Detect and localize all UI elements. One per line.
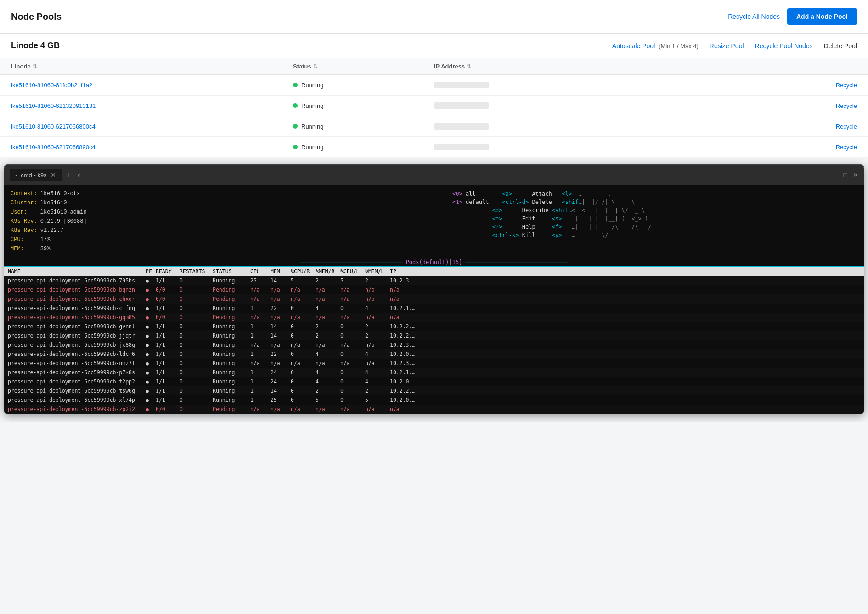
linode-sort-icon: ⇅ bbox=[33, 63, 37, 69]
col-memL: %MEM/L bbox=[365, 268, 390, 275]
node-table-body: lke51610-81060-61fd0b21f1a2 Running Recy… bbox=[0, 75, 868, 157]
pod-row: pressure-api-deployment-6cc59999cb-gvnnl… bbox=[4, 322, 864, 331]
term-cluster-line: Cluster: lke51610 bbox=[11, 199, 434, 207]
table-row: lke51610-81060-6217066800c4 Running Recy… bbox=[0, 116, 868, 137]
col-cpuR: %CPU/R bbox=[291, 268, 316, 275]
terminal-tab-title: cmd - k9s bbox=[21, 172, 46, 179]
recycle-cell-1: Recycle bbox=[716, 102, 857, 109]
linode-link-3[interactable]: lke51610-81060-6217066890c4 bbox=[11, 143, 293, 151]
status-cell-2: Running bbox=[293, 123, 434, 130]
col-ready: READY bbox=[156, 268, 180, 275]
pod-row: pressure-api-deployment-6cc59999cb-chxqr… bbox=[4, 294, 864, 304]
ip-cell-2 bbox=[434, 123, 716, 130]
status-label-3: Running bbox=[301, 144, 323, 151]
col-ip[interactable]: IP Address ⇅ bbox=[434, 63, 716, 70]
pod-row: pressure-api-deployment-6cc59999cb-p7×8s… bbox=[4, 368, 864, 377]
terminal-titlebar: ▪ cmd - k9s ✕ + ∨ ─ □ ✕ bbox=[4, 165, 864, 185]
ip-placeholder-1 bbox=[434, 102, 489, 109]
pod-row: pressure-api-deployment-6cc59999cb-tsw6g… bbox=[4, 386, 864, 395]
status-label-0: Running bbox=[301, 82, 323, 89]
term-pod-table-header: NAME PF READY RESTARTS STATUS CPU MEM %C… bbox=[4, 267, 864, 276]
ip-placeholder-2 bbox=[434, 123, 489, 130]
linode-link-2[interactable]: lke51610-81060-6217066800c4 bbox=[11, 123, 293, 130]
col-mem: MEM bbox=[271, 268, 291, 275]
recycle-link-1[interactable]: Recycle bbox=[836, 102, 857, 109]
table-row: lke51610-81060-61fd0b21f1a2 Running Recy… bbox=[0, 75, 868, 96]
linode-link-1[interactable]: lke51610-81060-621320913131 bbox=[11, 102, 293, 109]
ip-cell-0 bbox=[434, 82, 716, 88]
terminal-chevron-button[interactable]: ∨ bbox=[77, 172, 81, 178]
ip-sort-icon: ⇅ bbox=[467, 63, 471, 69]
col-memR: %MEM/R bbox=[316, 268, 340, 275]
recycle-cell-2: Recycle bbox=[716, 123, 857, 130]
terminal-add-tab-button[interactable]: + bbox=[67, 171, 71, 179]
page-header: Node Pools Recycle All Nodes Add a Node … bbox=[0, 0, 868, 34]
pod-row: pressure-api-deployment-6cc59999cb-xl74p… bbox=[4, 395, 864, 405]
table-row: lke51610-81060-6217066890c4 Running Recy… bbox=[0, 137, 868, 157]
recycle-all-nodes-button[interactable]: Recycle All Nodes bbox=[728, 13, 780, 20]
header-actions: Recycle All Nodes Add a Node Pool bbox=[728, 8, 857, 25]
add-node-pool-button[interactable]: Add a Node Pool bbox=[787, 8, 857, 25]
terminal-window: ▪ cmd - k9s ✕ + ∨ ─ □ ✕ Context: lke5161… bbox=[4, 164, 864, 414]
status-label-2: Running bbox=[301, 123, 323, 130]
recycle-link-0[interactable]: Recycle bbox=[836, 82, 857, 89]
status-dot-1 bbox=[293, 103, 298, 108]
recycle-cell-3: Recycle bbox=[716, 143, 857, 151]
recycle-pool-nodes-button[interactable]: Recycle Pool Nodes bbox=[755, 42, 813, 50]
pod-table-body: pressure-api-deployment-6cc59999cb-795hs… bbox=[4, 276, 864, 414]
table-header: Linode ⇅ Status ⇅ IP Address ⇅ bbox=[0, 58, 868, 75]
col-cpuL: %CPU/L bbox=[340, 268, 365, 275]
ip-placeholder-3 bbox=[434, 144, 489, 150]
terminal-tab[interactable]: ▪ cmd - k9s ✕ bbox=[10, 169, 62, 181]
pod-row: pressure-api-deployment-6cc59999cb-t2pp2… bbox=[4, 377, 864, 386]
status-cell-1: Running bbox=[293, 102, 434, 109]
col-cpu: CPU bbox=[250, 268, 271, 275]
term-k8s-line: K8s Rev: v1.22.7 bbox=[11, 226, 434, 235]
ip-placeholder-0 bbox=[434, 82, 489, 88]
pod-row: pressure-api-deployment-6cc59999cb-zp2j2… bbox=[4, 405, 864, 414]
delete-pool-button[interactable]: Delete Pool bbox=[824, 42, 857, 50]
pool-title: Linode 4 GB bbox=[11, 41, 60, 51]
term-cpu-line: CPU: 17% bbox=[11, 236, 434, 244]
col-linode[interactable]: Linode ⇅ bbox=[11, 63, 293, 70]
col-pf: PF bbox=[146, 268, 156, 275]
term-pods-divider: ─────────────────────────────── Pods(def… bbox=[4, 258, 864, 267]
term-shortcuts: <0> all <a> Attach <l> … ____ _.________… bbox=[434, 190, 857, 253]
recycle-link-3[interactable]: Recycle bbox=[836, 144, 857, 151]
pod-row: pressure-api-deployment-6cc59999cb-795hs… bbox=[4, 276, 864, 285]
ip-cell-1 bbox=[434, 102, 716, 109]
status-label-1: Running bbox=[301, 102, 323, 109]
pod-row: pressure-api-deployment-6cc59999cb-ldcr6… bbox=[4, 349, 864, 359]
term-mem-line: MEM: 39% bbox=[11, 245, 434, 253]
terminal-tab-close-button[interactable]: ✕ bbox=[51, 171, 56, 179]
col-action bbox=[716, 63, 857, 70]
pool-container: Linode 4 GB Autoscale Pool (Min 1 / Max … bbox=[0, 34, 868, 157]
page-title: Node Pools bbox=[11, 11, 62, 22]
status-cell-3: Running bbox=[293, 144, 434, 151]
col-name: NAME bbox=[8, 268, 146, 275]
terminal-maximize-button[interactable]: □ bbox=[844, 171, 847, 179]
pod-row: pressure-api-deployment-6cc59999cb-cjfnq… bbox=[4, 304, 864, 313]
status-sort-icon: ⇅ bbox=[313, 63, 317, 69]
terminal-window-controls: ─ □ ✕ bbox=[834, 171, 858, 179]
pool-actions: Autoscale Pool (Min 1 / Max 4) Resize Po… bbox=[612, 42, 857, 50]
col-status-h: STATUS bbox=[213, 268, 250, 275]
col-restarts: RESTARTS bbox=[180, 268, 213, 275]
col-status[interactable]: Status ⇅ bbox=[293, 63, 434, 70]
term-k9s-line: K9s Rev: 0.21.9 [30688] bbox=[11, 217, 434, 225]
status-dot-3 bbox=[293, 145, 298, 149]
linode-link-0[interactable]: lke51610-81060-61fd0b21f1a2 bbox=[11, 81, 293, 89]
pod-row: pressure-api-deployment-6cc59999cb-gqm85… bbox=[4, 313, 864, 322]
terminal-minimize-button[interactable]: ─ bbox=[834, 171, 838, 179]
autoscale-pool-link[interactable]: Autoscale Pool (Min 1 / Max 4) bbox=[612, 42, 699, 50]
ip-cell-3 bbox=[434, 144, 716, 150]
table-row: lke51610-81060-621320913131 Running Recy… bbox=[0, 96, 868, 116]
terminal-close-button[interactable]: ✕ bbox=[853, 171, 858, 179]
recycle-link-2[interactable]: Recycle bbox=[836, 123, 857, 130]
terminal-tab-icon: ▪ bbox=[15, 172, 17, 178]
status-dot-2 bbox=[293, 124, 298, 129]
pod-row: pressure-api-deployment-6cc59999cb-jx88g… bbox=[4, 340, 864, 349]
term-context-line: Context: lke51610-ctx bbox=[11, 190, 434, 198]
status-cell-0: Running bbox=[293, 82, 434, 89]
resize-pool-button[interactable]: Resize Pool bbox=[710, 42, 744, 50]
